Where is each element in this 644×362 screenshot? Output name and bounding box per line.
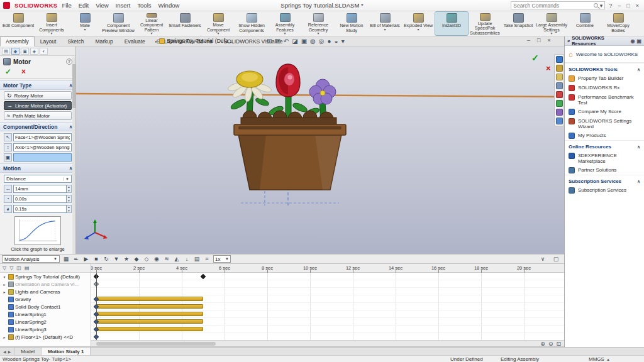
dropdown-caret-icon[interactable]: ▾ xyxy=(284,32,286,35)
filter-driving-icon[interactable]: ▽ xyxy=(9,265,13,271)
ribbon-button-edit-component[interactable]: Edit Component xyxy=(2,12,35,35)
property-manager-scrollbar[interactable] xyxy=(72,57,75,254)
calculate-icon[interactable]: ▦ xyxy=(62,256,70,262)
timeline-row-orientation-and-camera-vi[interactable] xyxy=(91,280,564,288)
taskpane-item-subscription-services[interactable]: Subscription Services xyxy=(565,185,644,195)
tab-nav-left-icon[interactable]: ◀ xyxy=(3,349,6,354)
motion-study-properties-icon[interactable]: ≡ xyxy=(203,256,211,262)
timeline-scrollbar[interactable]: ⊕⊖⊡ xyxy=(91,340,564,346)
timeline-ruler[interactable]: 0 sec 2 sec 4 sec 6 sec 8 sec 10 sec 12 … xyxy=(91,264,564,273)
taskpane-section-header[interactable]: Online Resources ∧ xyxy=(565,140,644,151)
filter-animated-icon[interactable]: ▽ xyxy=(3,265,6,271)
collapse-arrows-icon[interactable]: « xyxy=(567,38,570,44)
expander-icon[interactable]: ▸ xyxy=(2,335,7,339)
stop-icon[interactable]: ■ xyxy=(92,256,101,262)
motor-type-linear-motor-actuator[interactable]: → Linear Motor (Actuator) xyxy=(4,101,72,110)
ribbon-button-smart-fasteners[interactable]: Smart Fasteners xyxy=(169,12,201,35)
appearances-tab-icon[interactable] xyxy=(556,91,563,98)
custom-properties-tab-icon[interactable] xyxy=(556,109,563,116)
expand-icon[interactable]: ▸ xyxy=(155,39,157,43)
welcome-to-solidworks-item[interactable]: ⌂ Welcome to SOLIDWORKS xyxy=(565,46,644,63)
menu-file[interactable]: File xyxy=(62,2,71,9)
confirmation-cancel-icon[interactable]: × xyxy=(546,63,551,73)
flyout-tree-label[interactable]: Springs Toy Tutorial (Defa... xyxy=(167,38,233,44)
motion-tree-row-linearspring2[interactable]: LinearSpring2 xyxy=(0,318,91,326)
ribbon-button-insert-components[interactable]: Insert Components ▾ xyxy=(35,12,68,35)
taskpane-item-partner-solutions[interactable]: Partner Solutions xyxy=(565,165,644,175)
motion-tree-row-orientation-and-camera-vi[interactable]: ▸ Orientation and Camera Vi... xyxy=(0,280,91,288)
search-commands-box[interactable]: ▾ xyxy=(511,1,605,9)
dropdown-caret-icon[interactable]: ▾ xyxy=(384,28,386,31)
tab-sketch[interactable]: Sketch xyxy=(62,36,89,47)
spinner-down-icon[interactable]: ▼ xyxy=(67,209,71,213)
ribbon-button-assembly-features[interactable]: Assembly Features ▾ xyxy=(269,12,301,35)
playback-mode-icon[interactable]: ↻ xyxy=(102,256,111,262)
options-icon[interactable]: ▾ xyxy=(341,37,345,45)
doc-close-icon[interactable]: × xyxy=(547,37,550,43)
filter-selected-icon[interactable]: ◫ xyxy=(16,265,21,271)
ribbon-button-take-snapshot[interactable]: Take Snapshot xyxy=(502,12,535,35)
spinner[interactable]: ▲▼ xyxy=(67,205,72,213)
value-input[interactable] xyxy=(13,205,67,213)
taskpane-item-solidworks-rx[interactable]: SOLIDWORKS Rx xyxy=(565,83,644,92)
taskpane-item-my-products[interactable]: My Products xyxy=(565,131,644,140)
tab-layout[interactable]: Layout xyxy=(35,36,62,47)
taskpane-section-header[interactable]: Subscription Services ∧ xyxy=(565,175,644,185)
expand-chart-icon[interactable]: ▢ xyxy=(552,256,560,262)
motion-field-start-time-icon[interactable]: ◔ ▲▼ xyxy=(4,195,72,203)
ribbon-button-component-preview-window[interactable]: Component Preview Window xyxy=(102,12,135,35)
tab-markup[interactable]: Markup xyxy=(89,36,118,47)
forum-tab-icon[interactable] xyxy=(556,118,563,124)
motion-function-select[interactable]: Distance ▼ xyxy=(4,175,72,183)
menu-view[interactable]: View xyxy=(96,2,108,9)
tulip-flower[interactable] xyxy=(276,64,300,97)
ribbon-button-move-component[interactable]: Move Component ▾ xyxy=(202,12,235,35)
scenes-tab-icon[interactable] xyxy=(556,100,563,107)
value-input[interactable] xyxy=(13,185,67,193)
timeline-bar[interactable] xyxy=(96,312,203,316)
motor-type-section-header[interactable]: Motor Type ∧ xyxy=(0,80,75,90)
dropdown-caret-icon[interactable]: ▾ xyxy=(550,32,552,35)
dropdown-caret-icon[interactable]: ▾ xyxy=(317,32,319,35)
scrollbar-thumb[interactable] xyxy=(96,342,216,346)
menu-tools[interactable]: Tools xyxy=(137,2,151,9)
confirmation-ok-icon[interactable]: ✓ xyxy=(531,53,539,63)
spinner-down-icon[interactable]: ▼ xyxy=(67,189,71,193)
motor-icon[interactable]: ◉ xyxy=(152,256,161,262)
timeline-row-linearspring2[interactable] xyxy=(91,318,564,326)
ribbon-button-linear-component-pattern[interactable]: Linear Component Pattern ▾ xyxy=(135,12,168,35)
dropdown-caret-icon[interactable]: ▾ xyxy=(217,32,219,35)
auto-key-icon[interactable]: ◆ xyxy=(132,256,141,262)
timeline-row-solid-body-contact1[interactable] xyxy=(91,303,564,310)
menu-edit[interactable]: Edit xyxy=(79,2,89,9)
edit-appearance-icon[interactable]: ● xyxy=(328,37,331,45)
expander-icon[interactable]: ▾ xyxy=(2,275,7,279)
dropdown-caret-icon[interactable]: ▾ xyxy=(417,28,419,31)
zoom-fit-timeline-icon[interactable]: ⊡ xyxy=(556,341,561,347)
help-icon[interactable]: ? xyxy=(609,3,612,9)
tab-motion-study-1[interactable]: Motion Study 1 xyxy=(42,348,91,355)
selection-input[interactable] xyxy=(13,133,72,141)
taskpane-item-compare-my-score[interactable]: Compare My Score xyxy=(565,107,644,116)
motion-section-header[interactable]: Motion ∧ xyxy=(0,163,75,173)
help-icon[interactable]: ? xyxy=(66,58,72,65)
spinner[interactable]: ▲▼ xyxy=(67,185,72,193)
menu-insert[interactable]: Insert xyxy=(116,2,131,9)
scrollbar-thumb[interactable] xyxy=(72,64,75,108)
search-input[interactable] xyxy=(513,3,591,9)
save-animation-icon[interactable]: ▼ xyxy=(112,256,121,262)
graphics-viewport[interactable]: ✓ × xyxy=(76,47,564,254)
ribbon-button-instant3d[interactable]: Instant3D xyxy=(435,12,468,35)
motion-field-duration-icon[interactable]: ◕ ▲▼ xyxy=(4,205,72,213)
timeline-row-gravity[interactable] xyxy=(91,295,564,303)
motor-type-path-mate-motor[interactable]: ≈ Path Mate Motor xyxy=(4,111,72,120)
play-icon[interactable]: ▶ xyxy=(82,256,91,262)
dropdown-caret-icon[interactable]: ▾ xyxy=(84,28,86,31)
window-close-icon[interactable]: × xyxy=(636,3,639,9)
zoom-area-icon[interactable]: ⊞ xyxy=(275,37,280,45)
previous-view-icon[interactable]: ↶ xyxy=(284,37,289,45)
timeline-bar[interactable] xyxy=(96,319,203,324)
tab-assembly[interactable]: Assembly xyxy=(0,36,35,47)
expander-icon[interactable]: ▸ xyxy=(2,282,7,287)
component-direction-field-2[interactable]: ↕ xyxy=(4,143,72,151)
